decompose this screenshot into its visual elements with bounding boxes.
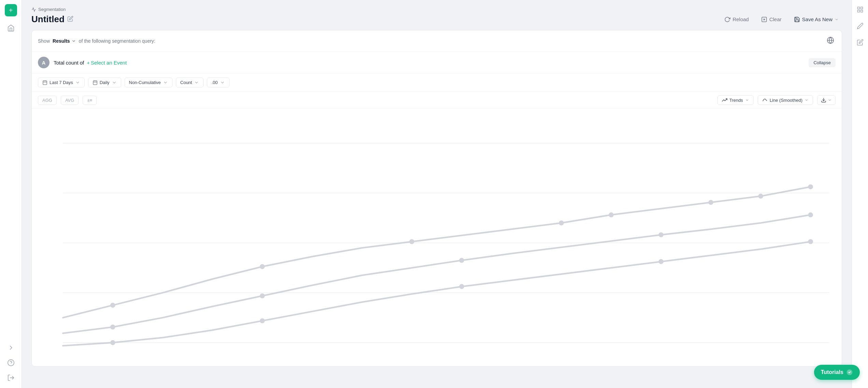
svg-point-25 xyxy=(559,220,564,225)
breadcrumb: Segmentation xyxy=(31,7,842,12)
sidebar: + xyxy=(0,0,22,388)
svg-rect-41 xyxy=(860,7,863,9)
edit-title-icon[interactable] xyxy=(67,16,73,23)
svg-point-38 xyxy=(659,259,664,264)
cumulation-dropdown[interactable]: Non-Cumulative xyxy=(125,78,172,87)
globe-icon-button[interactable] xyxy=(825,35,836,47)
segment-row: A Total count of + Select an Event Colla… xyxy=(32,52,842,73)
sidebar-collapse-icon[interactable] xyxy=(5,342,17,354)
following-label: of the following segmentation query: xyxy=(79,38,155,44)
title-row: Untitled Reload Clear xyxy=(31,14,842,25)
svg-point-27 xyxy=(709,200,714,205)
query-top-row: Show Results of the following segmentati… xyxy=(32,30,842,52)
frequency-label: Daily xyxy=(100,80,110,85)
right-panel xyxy=(852,0,868,388)
svg-point-39 xyxy=(808,239,813,244)
select-event-link[interactable]: + Select an Event xyxy=(87,60,127,66)
trends-label: Trends xyxy=(729,98,743,103)
svg-point-33 xyxy=(659,232,664,237)
decimal-dropdown[interactable]: .00 xyxy=(207,78,229,87)
tutorials-check-icon xyxy=(846,369,853,376)
chart-controls: AGG AVG ±≡ Trends xyxy=(32,92,842,109)
add-button[interactable]: + xyxy=(5,4,17,16)
svg-rect-8 xyxy=(43,81,47,85)
svg-point-30 xyxy=(110,324,115,330)
svg-rect-40 xyxy=(857,7,859,9)
tutorials-button[interactable]: Tutorials xyxy=(814,365,860,380)
clear-label: Clear xyxy=(769,16,782,22)
save-as-new-button[interactable]: Save As New xyxy=(790,14,842,25)
agg-button[interactable]: AGG xyxy=(38,96,57,105)
chart-svg xyxy=(32,112,842,361)
total-count-label: Total count of xyxy=(54,60,84,66)
breadcrumb-text: Segmentation xyxy=(38,7,66,12)
filter-row: Last 7 Days Daily Non-Cumulative xyxy=(32,73,842,92)
results-dropdown[interactable]: Results xyxy=(53,38,76,44)
svg-rect-42 xyxy=(857,10,859,12)
svg-point-32 xyxy=(459,258,464,263)
download-button[interactable] xyxy=(817,95,836,105)
chart-area xyxy=(32,109,842,366)
svg-point-31 xyxy=(260,293,265,299)
page-title: Untitled xyxy=(31,14,65,25)
results-label: Results xyxy=(53,38,70,44)
sidebar-logout-icon[interactable] xyxy=(5,372,17,384)
svg-point-37 xyxy=(459,284,464,289)
svg-point-34 xyxy=(808,212,813,218)
date-range-dropdown[interactable]: Last 7 Days xyxy=(38,78,85,87)
external-edit-icon[interactable] xyxy=(855,37,866,49)
show-label: Show xyxy=(38,38,50,44)
save-as-new-label: Save As New xyxy=(802,16,832,22)
measure-dropdown[interactable]: Count xyxy=(176,78,204,87)
tutorials-label: Tutorials xyxy=(821,369,843,375)
select-event-prefix: + xyxy=(87,60,90,66)
svg-point-0 xyxy=(8,360,14,366)
svg-point-23 xyxy=(260,264,265,269)
select-event-label: Select an Event xyxy=(91,60,127,66)
svg-rect-12 xyxy=(93,81,97,85)
line-smoothed-label: Line (Smoothed) xyxy=(770,98,802,103)
custom-stat-button[interactable]: ±≡ xyxy=(83,96,97,105)
cumulation-label: Non-Cumulative xyxy=(129,80,161,85)
title-actions: Reload Clear Save As New xyxy=(721,14,842,25)
chart-icon xyxy=(31,7,36,12)
sidebar-help-icon[interactable] xyxy=(5,357,17,369)
avg-button[interactable]: AVG xyxy=(61,96,79,105)
main-content: Segmentation Untitled Reload Cl xyxy=(22,0,852,388)
svg-point-35 xyxy=(110,340,115,345)
grid-view-icon[interactable] xyxy=(855,4,866,16)
svg-point-29 xyxy=(808,184,813,190)
collapse-button[interactable]: Collapse xyxy=(809,58,836,67)
line-smoothed-button[interactable]: Line (Smoothed) xyxy=(758,95,813,105)
decimal-label: .00 xyxy=(211,80,218,85)
sidebar-item-home[interactable] xyxy=(5,22,17,34)
clear-button[interactable]: Clear xyxy=(758,14,785,25)
segment-text: Total count of + Select an Event xyxy=(54,60,127,66)
svg-rect-43 xyxy=(860,10,863,12)
avatar: A xyxy=(38,57,50,68)
reload-button[interactable]: Reload xyxy=(721,14,752,25)
svg-point-24 xyxy=(409,239,415,244)
trends-button[interactable]: Trends xyxy=(717,95,754,105)
frequency-dropdown[interactable]: Daily xyxy=(88,78,121,87)
svg-point-28 xyxy=(758,194,763,199)
svg-point-26 xyxy=(609,212,614,218)
reload-label: Reload xyxy=(732,16,749,22)
query-bar: Show Results of the following segmentati… xyxy=(31,30,842,366)
svg-point-36 xyxy=(260,318,265,323)
pencil-icon[interactable] xyxy=(855,20,866,33)
measure-label: Count xyxy=(180,80,192,85)
svg-point-22 xyxy=(110,303,115,308)
date-range-label: Last 7 Days xyxy=(50,80,73,85)
